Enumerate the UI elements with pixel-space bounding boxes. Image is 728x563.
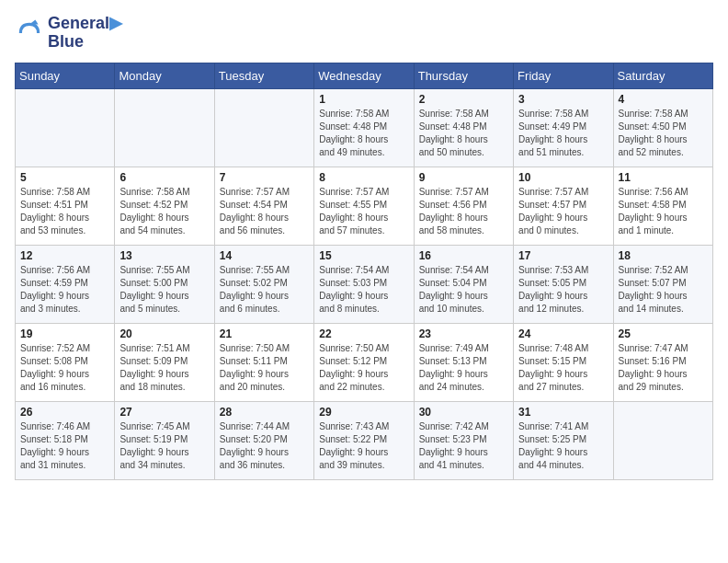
week-row-5: 26Sunrise: 7:46 AM Sunset: 5:18 PM Dayli…	[16, 401, 713, 479]
week-row-1: 1Sunrise: 7:58 AM Sunset: 4:48 PM Daylig…	[16, 88, 713, 167]
day-number: 15	[319, 249, 408, 262]
day-number: 21	[220, 327, 309, 340]
day-number: 26	[20, 406, 109, 419]
day-info: Sunrise: 7:58 AM Sunset: 4:49 PM Dayligh…	[518, 108, 608, 159]
day-number: 18	[619, 249, 708, 262]
day-info: Sunrise: 7:52 AM Sunset: 5:07 PM Dayligh…	[619, 264, 708, 316]
day-number: 9	[419, 171, 508, 184]
day-info: Sunrise: 7:46 AM Sunset: 5:18 PM Dayligh…	[20, 420, 109, 472]
day-info: Sunrise: 7:54 AM Sunset: 5:04 PM Dayligh…	[419, 264, 508, 316]
column-header-friday: Friday	[514, 63, 613, 88]
day-cell: 12Sunrise: 7:56 AM Sunset: 4:59 PM Dayli…	[16, 245, 115, 323]
calendar-header-row: SundayMondayTuesdayWednesdayThursdayFrid…	[16, 63, 713, 88]
day-cell: 11Sunrise: 7:56 AM Sunset: 4:58 PM Dayli…	[613, 167, 712, 245]
day-info: Sunrise: 7:53 AM Sunset: 5:05 PM Dayligh…	[518, 264, 608, 316]
day-number: 10	[518, 171, 608, 184]
week-row-2: 5Sunrise: 7:58 AM Sunset: 4:51 PM Daylig…	[16, 167, 713, 245]
day-cell: 2Sunrise: 7:58 AM Sunset: 4:48 PM Daylig…	[414, 88, 513, 167]
day-number: 19	[20, 327, 109, 340]
column-header-saturday: Saturday	[613, 63, 712, 88]
day-cell: 9Sunrise: 7:57 AM Sunset: 4:56 PM Daylig…	[414, 167, 513, 245]
day-number: 1	[319, 93, 408, 106]
day-info: Sunrise: 7:58 AM Sunset: 4:48 PM Dayligh…	[419, 108, 508, 159]
day-cell: 24Sunrise: 7:48 AM Sunset: 5:15 PM Dayli…	[514, 323, 613, 401]
week-row-3: 12Sunrise: 7:56 AM Sunset: 4:59 PM Dayli…	[16, 245, 713, 323]
day-cell: 15Sunrise: 7:54 AM Sunset: 5:03 PM Dayli…	[314, 245, 414, 323]
day-number: 7	[220, 171, 309, 184]
day-info: Sunrise: 7:58 AM Sunset: 4:48 PM Dayligh…	[319, 108, 408, 159]
day-info: Sunrise: 7:45 AM Sunset: 5:19 PM Dayligh…	[119, 420, 209, 472]
day-cell: 17Sunrise: 7:53 AM Sunset: 5:05 PM Dayli…	[514, 245, 613, 323]
day-number: 4	[619, 93, 708, 106]
day-cell: 3Sunrise: 7:58 AM Sunset: 4:49 PM Daylig…	[514, 88, 613, 167]
day-info: Sunrise: 7:57 AM Sunset: 4:57 PM Dayligh…	[518, 186, 608, 237]
day-info: Sunrise: 7:48 AM Sunset: 5:15 PM Dayligh…	[518, 342, 608, 394]
column-header-thursday: Thursday	[414, 63, 513, 88]
day-cell: 31Sunrise: 7:41 AM Sunset: 5:25 PM Dayli…	[514, 401, 613, 479]
day-cell	[214, 88, 313, 167]
day-info: Sunrise: 7:58 AM Sunset: 4:52 PM Dayligh…	[119, 186, 209, 237]
day-number: 27	[119, 406, 209, 419]
day-number: 17	[518, 249, 608, 262]
day-cell	[16, 88, 115, 167]
day-cell: 29Sunrise: 7:43 AM Sunset: 5:22 PM Dayli…	[314, 401, 414, 479]
week-row-4: 19Sunrise: 7:52 AM Sunset: 5:08 PM Dayli…	[16, 323, 713, 401]
day-cell: 30Sunrise: 7:42 AM Sunset: 5:23 PM Dayli…	[414, 401, 513, 479]
day-cell: 22Sunrise: 7:50 AM Sunset: 5:12 PM Dayli…	[314, 323, 414, 401]
day-number: 2	[419, 93, 508, 106]
day-number: 6	[119, 171, 209, 184]
day-number: 11	[619, 171, 708, 184]
day-info: Sunrise: 7:42 AM Sunset: 5:23 PM Dayligh…	[419, 420, 508, 472]
day-cell: 23Sunrise: 7:49 AM Sunset: 5:13 PM Dayli…	[414, 323, 513, 401]
logo: General▶ Blue	[15, 15, 122, 52]
column-header-sunday: Sunday	[16, 63, 115, 88]
day-number: 20	[119, 327, 209, 340]
column-header-wednesday: Wednesday	[314, 63, 414, 88]
day-info: Sunrise: 7:57 AM Sunset: 4:55 PM Dayligh…	[319, 186, 408, 237]
day-number: 14	[220, 249, 309, 262]
logo-icon	[15, 18, 44, 48]
day-cell: 8Sunrise: 7:57 AM Sunset: 4:55 PM Daylig…	[314, 167, 414, 245]
day-cell: 27Sunrise: 7:45 AM Sunset: 5:19 PM Dayli…	[115, 401, 214, 479]
day-number: 24	[518, 327, 608, 340]
day-cell: 25Sunrise: 7:47 AM Sunset: 5:16 PM Dayli…	[613, 323, 712, 401]
day-info: Sunrise: 7:51 AM Sunset: 5:09 PM Dayligh…	[119, 342, 209, 394]
day-cell: 13Sunrise: 7:55 AM Sunset: 5:00 PM Dayli…	[115, 245, 214, 323]
column-header-tuesday: Tuesday	[214, 63, 313, 88]
day-info: Sunrise: 7:52 AM Sunset: 5:08 PM Dayligh…	[20, 342, 109, 394]
day-cell: 7Sunrise: 7:57 AM Sunset: 4:54 PM Daylig…	[214, 167, 313, 245]
logo-text: General▶ Blue	[48, 15, 122, 52]
day-number: 12	[20, 249, 109, 262]
day-info: Sunrise: 7:54 AM Sunset: 5:03 PM Dayligh…	[319, 264, 408, 316]
day-number: 30	[419, 406, 508, 419]
day-info: Sunrise: 7:58 AM Sunset: 4:50 PM Dayligh…	[619, 108, 708, 159]
day-cell: 26Sunrise: 7:46 AM Sunset: 5:18 PM Dayli…	[16, 401, 115, 479]
day-cell: 20Sunrise: 7:51 AM Sunset: 5:09 PM Dayli…	[115, 323, 214, 401]
calendar-table: SundayMondayTuesdayWednesdayThursdayFrid…	[15, 63, 713, 480]
day-number: 23	[419, 327, 508, 340]
day-info: Sunrise: 7:57 AM Sunset: 4:56 PM Dayligh…	[419, 186, 508, 237]
day-number: 13	[119, 249, 209, 262]
day-number: 22	[319, 327, 408, 340]
day-number: 29	[319, 406, 408, 419]
day-cell: 10Sunrise: 7:57 AM Sunset: 4:57 PM Dayli…	[514, 167, 613, 245]
day-number: 25	[619, 327, 708, 340]
day-info: Sunrise: 7:56 AM Sunset: 4:59 PM Dayligh…	[20, 264, 109, 316]
day-cell: 21Sunrise: 7:50 AM Sunset: 5:11 PM Dayli…	[214, 323, 313, 401]
day-info: Sunrise: 7:41 AM Sunset: 5:25 PM Dayligh…	[518, 420, 608, 472]
day-cell: 6Sunrise: 7:58 AM Sunset: 4:52 PM Daylig…	[115, 167, 214, 245]
day-number: 16	[419, 249, 508, 262]
day-info: Sunrise: 7:50 AM Sunset: 5:11 PM Dayligh…	[220, 342, 309, 394]
day-cell: 14Sunrise: 7:55 AM Sunset: 5:02 PM Dayli…	[214, 245, 313, 323]
day-cell: 19Sunrise: 7:52 AM Sunset: 5:08 PM Dayli…	[16, 323, 115, 401]
day-cell	[115, 88, 214, 167]
day-cell: 1Sunrise: 7:58 AM Sunset: 4:48 PM Daylig…	[314, 88, 414, 167]
day-info: Sunrise: 7:49 AM Sunset: 5:13 PM Dayligh…	[419, 342, 508, 394]
day-cell	[613, 401, 712, 479]
day-cell: 28Sunrise: 7:44 AM Sunset: 5:20 PM Dayli…	[214, 401, 313, 479]
day-info: Sunrise: 7:58 AM Sunset: 4:51 PM Dayligh…	[20, 186, 109, 237]
day-info: Sunrise: 7:44 AM Sunset: 5:20 PM Dayligh…	[220, 420, 309, 472]
day-info: Sunrise: 7:47 AM Sunset: 5:16 PM Dayligh…	[619, 342, 708, 394]
day-cell: 5Sunrise: 7:58 AM Sunset: 4:51 PM Daylig…	[16, 167, 115, 245]
column-header-monday: Monday	[115, 63, 214, 88]
